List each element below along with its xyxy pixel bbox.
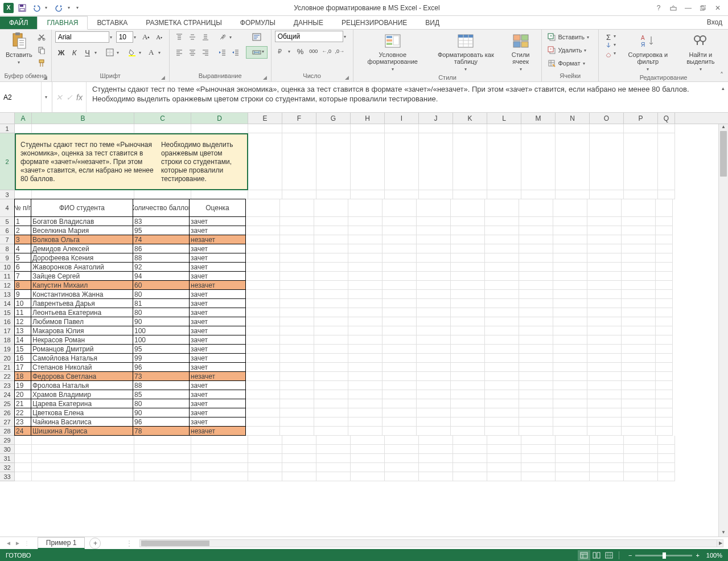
cell[interactable]: 92: [133, 262, 190, 272]
horizontal-scrollbar[interactable]: ◀▶: [139, 539, 723, 547]
sheet-tab-1[interactable]: Пример 1: [38, 537, 85, 549]
cell[interactable]: [246, 235, 280, 244]
tab-file[interactable]: ФАЙЛ: [0, 17, 37, 29]
cell[interactable]: [553, 317, 587, 326]
cell[interactable]: [314, 427, 348, 436]
cell[interactable]: [658, 472, 675, 481]
cell[interactable]: 12: [14, 317, 31, 326]
cell[interactable]: [485, 299, 519, 308]
cell[interactable]: 16: [14, 353, 31, 363]
cell[interactable]: [587, 408, 622, 417]
cell[interactable]: [314, 253, 348, 263]
cell[interactable]: [553, 417, 587, 427]
enter-formula-button[interactable]: ✓: [66, 93, 73, 102]
tab-view[interactable]: ВИД: [416, 17, 449, 29]
indent-increase[interactable]: [229, 46, 242, 59]
cell[interactable]: [587, 363, 622, 372]
cell-styles-button[interactable]: Стили ячеек▾: [503, 31, 538, 74]
cell[interactable]: Чайкина Василиса: [31, 417, 133, 427]
cell[interactable]: [314, 308, 348, 317]
fx-button[interactable]: fх: [76, 93, 83, 102]
cell[interactable]: 96: [133, 417, 190, 427]
cell[interactable]: [587, 399, 622, 408]
align-bottom[interactable]: [199, 31, 212, 43]
cell[interactable]: [658, 133, 675, 190]
select-all-corner[interactable]: [0, 113, 15, 124]
formula-text[interactable]: Студенты сдают тест по теме «Рыночная эк…: [87, 82, 718, 112]
cell[interactable]: [519, 281, 553, 290]
cell[interactable]: [485, 427, 519, 436]
cell[interactable]: [348, 381, 382, 390]
number-launcher[interactable]: ◢: [344, 75, 351, 81]
cell[interactable]: [15, 445, 32, 454]
row-header-16[interactable]: 16: [0, 317, 15, 326]
row-header-18[interactable]: 18: [0, 335, 15, 345]
tab-home[interactable]: ГЛАВНАЯ: [37, 16, 88, 30]
cell[interactable]: [348, 427, 382, 436]
cell[interactable]: зачет: [189, 390, 246, 399]
cell[interactable]: [314, 226, 348, 235]
cell[interactable]: [451, 263, 485, 272]
cell[interactable]: [487, 133, 521, 190]
increase-decimal[interactable]: ←,0: [320, 45, 333, 58]
cell[interactable]: [587, 244, 622, 253]
cell[interactable]: [519, 381, 553, 390]
cell[interactable]: [282, 190, 316, 199]
cell[interactable]: 21: [14, 399, 31, 408]
cell[interactable]: [280, 427, 314, 436]
cell[interactable]: [622, 217, 656, 226]
paste-button[interactable]: Вставить ▾: [3, 31, 35, 67]
cell[interactable]: [280, 281, 314, 290]
cell[interactable]: [590, 190, 624, 199]
cell[interactable]: [656, 408, 673, 417]
font-size-input[interactable]: [116, 31, 133, 43]
cell[interactable]: [280, 381, 314, 390]
cell[interactable]: [587, 199, 622, 217]
cell[interactable]: [451, 272, 485, 281]
find-select-button[interactable]: Найти и выделить▾: [677, 31, 725, 74]
cell[interactable]: [385, 436, 419, 445]
italic-button[interactable]: К: [68, 46, 81, 59]
cell[interactable]: [280, 272, 314, 281]
cell[interactable]: [451, 299, 485, 308]
cell[interactable]: [382, 335, 417, 345]
cell[interactable]: [246, 253, 280, 263]
cell[interactable]: [656, 390, 673, 399]
cell[interactable]: [622, 427, 656, 436]
cell[interactable]: [348, 281, 382, 290]
cell[interactable]: [451, 354, 485, 363]
help-button[interactable]: ?: [652, 2, 665, 14]
cell[interactable]: [485, 335, 519, 345]
cell[interactable]: [587, 272, 622, 281]
cell[interactable]: [246, 335, 280, 345]
cell[interactable]: [382, 317, 417, 326]
maximize-button[interactable]: [696, 2, 710, 14]
cell[interactable]: [656, 244, 673, 253]
cell[interactable]: 88: [133, 253, 190, 263]
cell[interactable]: [656, 281, 673, 290]
cell[interactable]: [417, 263, 451, 272]
comma-button[interactable]: 000: [307, 45, 320, 58]
cell[interactable]: [487, 190, 521, 199]
cell[interactable]: 24: [14, 426, 31, 436]
cell[interactable]: [485, 354, 519, 363]
cell[interactable]: [519, 354, 553, 363]
cell[interactable]: [382, 217, 417, 226]
cell[interactable]: [451, 317, 485, 326]
cell[interactable]: [553, 272, 587, 281]
font-name-dd[interactable]: ▾: [110, 35, 116, 40]
cell[interactable]: [280, 390, 314, 399]
cell[interactable]: ФИО студента: [31, 199, 133, 217]
cell[interactable]: [32, 454, 134, 463]
cell[interactable]: [587, 372, 622, 381]
cell[interactable]: [280, 372, 314, 381]
cell[interactable]: [487, 436, 521, 445]
cell[interactable]: [556, 463, 590, 472]
cell[interactable]: 74: [133, 235, 190, 244]
borders-button[interactable]: [104, 46, 116, 59]
cell[interactable]: [624, 454, 658, 463]
cell[interactable]: [590, 124, 624, 133]
cell[interactable]: [351, 133, 385, 190]
cell[interactable]: [385, 133, 419, 190]
cell[interactable]: [351, 445, 385, 454]
